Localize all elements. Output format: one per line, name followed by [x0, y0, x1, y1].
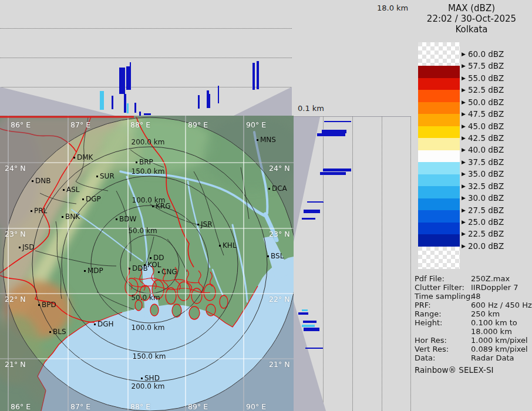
- echo-bar: [209, 94, 210, 108]
- city-code-label: PRL: [34, 207, 47, 215]
- legend-entry-label: 47.5 dBZ: [468, 109, 504, 119]
- info-row: PRF: 600 Hz / 450 Hz: [413, 301, 531, 309]
- height-gridline: [0, 58, 292, 58]
- echo-bar: [139, 112, 141, 116]
- transparent-band: [418, 247, 460, 269]
- city-code-label: DDB: [132, 264, 148, 272]
- city-code-label: BDW: [119, 215, 136, 223]
- city-code-label: BPD: [42, 301, 56, 309]
- legend-entry: ▶ 37.5 dBZ: [462, 156, 504, 168]
- tick-arrow-icon: ▶: [462, 87, 466, 93]
- tick-arrow-icon: ▶: [462, 63, 466, 69]
- city-marker: SUR: [96, 172, 115, 180]
- color-band: [418, 210, 460, 223]
- echo-bar: [198, 95, 200, 109]
- longitude-label: 89° E: [188, 120, 208, 129]
- legend-entry: ▶ 45.0 dBZ: [462, 120, 504, 132]
- echo-bar: [323, 169, 351, 171]
- city-dot-icon: [32, 180, 33, 182]
- info-row: Time sampling: 48: [413, 292, 531, 301]
- longitude-label: 87° E: [70, 402, 90, 411]
- info-label: Vert Res:: [415, 345, 449, 353]
- info-row: Range: 250 km: [413, 309, 531, 318]
- height-axis-max-label: 18.0 km: [377, 4, 408, 12]
- legend-entry-label: 35.0 dBZ: [468, 169, 504, 178]
- radar-display-window: 18.0 km 0.1 km: [0, 0, 532, 411]
- city-code-label: JSD: [22, 243, 34, 251]
- legend-entry-label: 57.5 dBZ: [468, 61, 504, 70]
- legend-entry: ▶ 50.0 dBZ: [462, 96, 504, 107]
- city-marker: MNS: [257, 136, 276, 144]
- echo-bar: [144, 113, 151, 115]
- info-label: Data:: [415, 353, 435, 362]
- city-marker: JSD: [19, 243, 34, 251]
- tick-arrow-icon: ▶: [462, 219, 466, 225]
- city-code-label: MNS: [260, 136, 276, 144]
- city-marker: SHD: [141, 374, 160, 382]
- echo-bar: [317, 133, 345, 136]
- color-band: [418, 78, 460, 90]
- color-band: [418, 126, 460, 139]
- city-dot-icon: [158, 271, 160, 273]
- info-row: 18.000 km: [413, 327, 531, 336]
- height-gridline: [352, 117, 353, 411]
- city-marker: DCA: [268, 184, 287, 193]
- legend-entry-label: 37.5 dBZ: [468, 157, 504, 167]
- color-scale-bar: [418, 42, 460, 269]
- city-code-label: ASL: [66, 186, 80, 194]
- echo-bar: [304, 210, 320, 213]
- city-dot-icon: [257, 139, 258, 141]
- tick-arrow-icon: ▶: [462, 135, 466, 141]
- city-marker: PRL: [31, 207, 47, 215]
- city-dot-icon: [19, 247, 21, 248]
- transparent-band: [418, 42, 460, 66]
- legend-entry-label: 42.5 dBZ: [468, 133, 504, 143]
- legend-entry: ▶ 27.5 dBZ: [462, 204, 504, 215]
- city-code-label: BRP: [139, 158, 153, 166]
- city-dot-icon: [141, 378, 143, 379]
- latitude-label: 22° N: [269, 295, 289, 304]
- range-ring-label: 50.0 km: [128, 227, 157, 235]
- color-band: [418, 198, 460, 211]
- beam-blockage-wedge-right: [234, 87, 292, 116]
- city-marker: DGH: [94, 320, 114, 328]
- latitude-label: 22° N: [5, 295, 25, 304]
- info-row: Data: Radar Data: [413, 353, 531, 362]
- city-code-label: JSR: [201, 220, 213, 228]
- city-dot-icon: [268, 188, 270, 190]
- product-title: MAX (dBZ): [411, 3, 532, 14]
- tick-arrow-icon: ▶: [462, 159, 466, 165]
- legend-entry: ▶ 52.5 dBZ: [462, 84, 504, 96]
- tick-arrow-icon: ▶: [462, 75, 466, 81]
- echo-bar: [320, 172, 346, 175]
- color-band: [418, 223, 460, 235]
- height-gridline: [0, 28, 292, 29]
- city-marker: BPD: [38, 301, 56, 309]
- city-marker: BDW: [116, 215, 136, 223]
- longitude-label: 90° E: [246, 120, 266, 129]
- color-band: [418, 138, 460, 150]
- city-code-label: KRG: [156, 202, 171, 210]
- tick-arrow-icon: ▶: [462, 111, 466, 117]
- latitude-label: 23° N: [269, 230, 289, 238]
- city-code-label: KHL: [223, 241, 237, 250]
- city-marker: BRP: [136, 158, 153, 166]
- city-dot-icon: [96, 176, 98, 177]
- legend-entry: ▶ 57.5 dBZ: [462, 60, 504, 72]
- echo-bar: [305, 348, 323, 349]
- info-row: Hor Res: 1.000 km/pixel: [413, 336, 531, 345]
- legend-entry-label: 30.0 dBZ: [468, 193, 504, 203]
- city-marker: BLS: [49, 328, 66, 336]
- color-bands: [418, 66, 460, 247]
- city-marker: DDB: [129, 264, 148, 272]
- legend-entry: ▶ 22.5 dBZ: [462, 228, 504, 240]
- color-band: [418, 162, 460, 174]
- tick-arrow-icon: ▶: [462, 207, 466, 213]
- legend-entry: ▶ 20.0 dBZ: [462, 240, 504, 252]
- beam-blockage-wedge-top: [294, 117, 320, 242]
- color-band: [418, 234, 460, 247]
- echo-bar: [302, 309, 308, 311]
- echo-bar: [302, 218, 315, 220]
- tick-arrow-icon: ▶: [462, 183, 466, 189]
- latitude-label: 21° N: [5, 360, 25, 369]
